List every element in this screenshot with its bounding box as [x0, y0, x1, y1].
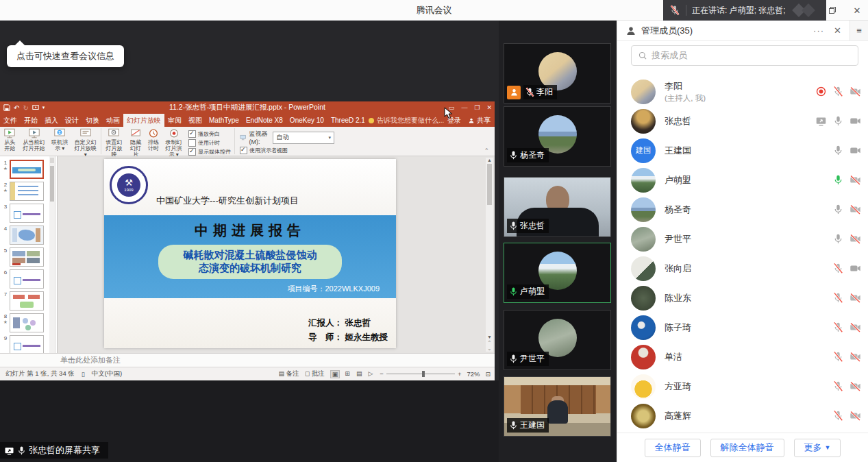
ppt-menu-tab[interactable]: MathType — [206, 114, 243, 127]
slide-thumbnail[interactable]: 9★ — [1, 335, 57, 353]
member-camera-icon[interactable] — [850, 233, 861, 245]
member-mic-icon[interactable] — [832, 86, 844, 97]
member-mic-icon[interactable] — [832, 380, 844, 392]
ppt-window-controls[interactable]: ▭—❐✕ — [449, 104, 492, 111]
member-camera-icon[interactable] — [850, 321, 861, 333]
zoom-control[interactable]: −+ — [380, 370, 461, 378]
use-timings-checkbox[interactable]: 使用计时 — [188, 139, 231, 147]
member-mic-icon[interactable] — [832, 292, 844, 304]
collapse-ribbon-icon[interactable]: ⌃ — [484, 147, 489, 154]
member-camera-icon[interactable] — [850, 145, 861, 156]
member-camera-icon[interactable] — [850, 263, 861, 274]
notes-toggle[interactable]: ▤ 备注 — [279, 369, 299, 378]
ppt-menu-tab[interactable]: 幻灯片放映 — [123, 114, 164, 127]
member-row[interactable]: 方亚琦 — [617, 372, 868, 401]
notes-area[interactable]: 单击此处添加备注 — [0, 353, 495, 367]
member-row[interactable]: 陈子琦 — [617, 313, 868, 342]
ppt-menu-tab[interactable]: OneKey 10 — [286, 114, 327, 127]
video-tile[interactable]: 王建国 — [504, 376, 611, 437]
ppt-menu-tab[interactable]: EndNote X8 — [243, 114, 286, 127]
present-online-button[interactable]: 联机演示 ▾ — [49, 128, 71, 151]
view-switcher[interactable]: ▣⊞▤▷ — [330, 370, 375, 378]
member-row[interactable]: 陈业东 — [617, 283, 868, 313]
video-tile[interactable]: 李阳 — [504, 43, 611, 104]
slide-thumbnail[interactable]: 5★ — [1, 247, 57, 267]
slide-thumbnail[interactable]: 6★ — [1, 269, 57, 289]
close-panel-icon[interactable]: ✕ — [834, 25, 841, 36]
close-window-button[interactable]: ✕ — [850, 3, 864, 17]
unmute-all-button[interactable]: 解除全体静音 — [710, 439, 784, 457]
slide-thumbnail[interactable]: 8★ — [1, 313, 57, 332]
rehearse-timings-button[interactable]: 排练计时 — [145, 128, 162, 151]
ppt-menu-tab[interactable]: 开始 — [21, 114, 41, 127]
ppt-menu-tab[interactable]: 审阅 — [164, 114, 185, 127]
member-row[interactable]: 李阳 (主持人, 我) — [617, 77, 868, 106]
slide-thumbnail[interactable]: 3★ — [1, 204, 57, 223]
quick-access-toolbar[interactable]: ↶ ↻ ▾ — [3, 104, 45, 112]
member-mic-icon[interactable] — [832, 233, 844, 245]
restore-window-button[interactable] — [826, 3, 839, 17]
from-current-button[interactable]: 从当前幻灯片开始 — [19, 128, 48, 151]
show-media-controls-checkbox[interactable]: 显示媒体控件 — [188, 148, 231, 156]
hide-slide-button[interactable]: 隐藏幻灯片 — [126, 128, 145, 158]
member-row[interactable]: 高蓬辉 — [617, 401, 868, 430]
member-camera-icon[interactable] — [850, 292, 861, 304]
customize-qat-icon[interactable]: ▾ — [42, 105, 45, 110]
member-mic-icon[interactable] — [832, 204, 844, 215]
play-narrations-checkbox[interactable]: 播放旁白 — [188, 130, 231, 138]
record-slideshow-button[interactable]: 录制幻灯片演示 ▾ — [162, 128, 186, 158]
member-row[interactable]: 建国 王建国 — [617, 136, 868, 165]
language-label[interactable]: 中文(中国) — [92, 369, 122, 378]
ppt-menu-tab[interactable]: 视图 — [185, 114, 206, 127]
video-tile[interactable]: 尹世平 — [504, 310, 611, 370]
member-camera-icon[interactable] — [850, 115, 861, 127]
thumbnails-scrollbar[interactable] — [49, 156, 55, 353]
member-row[interactable]: 杨圣奇 — [617, 195, 868, 224]
setup-slideshow-button[interactable]: 设置幻灯片放映 — [102, 128, 126, 158]
ppt-menu-tab[interactable]: 文件 — [0, 114, 21, 127]
slide-thumbnail[interactable]: 2★ — [1, 182, 57, 201]
more-options-icon[interactable]: ··· — [813, 25, 824, 36]
member-mic-icon[interactable] — [832, 321, 844, 333]
member-camera-icon[interactable] — [850, 351, 861, 363]
ppt-menu-tab[interactable]: 插入 — [41, 114, 62, 127]
member-camera-icon[interactable] — [850, 380, 861, 392]
undo-icon[interactable]: ↶ — [14, 104, 19, 112]
member-mic-icon[interactable] — [832, 115, 844, 127]
member-camera-icon[interactable] — [850, 204, 861, 215]
slide-thumbnail[interactable]: 4★ — [1, 226, 57, 245]
slide-thumbnail[interactable]: 1★ — [1, 160, 57, 179]
monitor-select[interactable]: 自动▾ — [273, 132, 334, 144]
member-mic-icon[interactable] — [832, 410, 844, 422]
ppt-share-button[interactable]: 共享 — [468, 116, 491, 125]
video-tile[interactable]: 张忠哲 — [504, 177, 611, 237]
member-mic-icon[interactable] — [832, 145, 844, 156]
more-button[interactable]: 更多▼ — [794, 439, 841, 457]
meeting-info-tooltip[interactable]: 点击可快速查看会议信息 — [7, 45, 124, 67]
ppt-menu-tab[interactable]: 切换 — [82, 114, 103, 127]
redo-icon[interactable]: ↻ — [23, 104, 28, 112]
slide[interactable]: ⚒1909 中国矿业大学---研究生创新计划项目 中期进展报告 碱耗散对混凝土硫… — [104, 159, 396, 348]
zoom-level[interactable]: 72% — [467, 370, 480, 378]
member-row[interactable]: 尹世平 — [617, 224, 868, 254]
video-tile[interactable]: 卢萌盟 — [504, 243, 611, 303]
spellcheck-icon[interactable]: ▯ — [82, 371, 85, 378]
ppt-menu-tab[interactable]: 动画 — [103, 114, 123, 127]
ppt-menu-tab[interactable]: 设计 — [62, 114, 82, 127]
panel-menu-icon[interactable]: ≡ — [850, 21, 868, 40]
member-camera-icon[interactable] — [850, 174, 861, 186]
from-start-button[interactable]: 从头开始 — [0, 128, 19, 151]
member-row[interactable]: 张向启 — [617, 254, 868, 283]
ppt-menu-tab[interactable]: ThreeD 2.1 — [327, 114, 364, 127]
mute-all-button[interactable]: 全体静音 — [645, 439, 701, 457]
comments-toggle[interactable]: ◻ 批注 — [305, 369, 325, 378]
search-member-input[interactable]: 搜索成员 — [631, 45, 858, 66]
custom-show-button[interactable]: 自定义幻灯片放映 ▾ — [71, 128, 100, 158]
member-mic-icon[interactable] — [832, 351, 844, 363]
member-row[interactable]: 单洁 — [617, 342, 868, 372]
tell-me-box[interactable]: 告诉我您想要做什么... — [364, 114, 447, 127]
member-row[interactable]: 卢萌盟 — [617, 165, 868, 195]
member-mic-icon[interactable] — [832, 174, 844, 186]
member-camera-icon[interactable] — [850, 410, 861, 422]
member-mic-icon[interactable] — [832, 263, 844, 274]
